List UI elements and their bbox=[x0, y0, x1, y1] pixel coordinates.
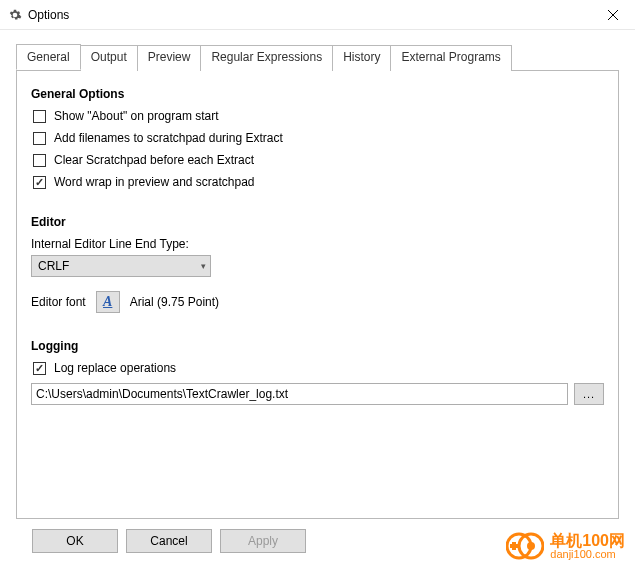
option-label: Word wrap in preview and scratchpad bbox=[54, 175, 255, 189]
log-path-input[interactable] bbox=[31, 383, 568, 405]
gear-icon bbox=[8, 8, 22, 22]
logging-heading: Logging bbox=[31, 339, 604, 353]
cancel-button[interactable]: Cancel bbox=[126, 529, 212, 553]
option-log-replace[interactable]: Log replace operations bbox=[31, 361, 604, 375]
option-label: Add filenames to scratchpad during Extra… bbox=[54, 131, 283, 145]
option-show-about[interactable]: Show "About" on program start bbox=[31, 109, 604, 123]
checkbox-icon bbox=[33, 362, 46, 375]
tab-output[interactable]: Output bbox=[80, 45, 138, 71]
option-label: Clear Scratchpad before each Extract bbox=[54, 153, 254, 167]
tab-bar: General Output Preview Regular Expressio… bbox=[16, 44, 619, 71]
window-title: Options bbox=[28, 8, 69, 22]
editor-heading: Editor bbox=[31, 215, 604, 229]
close-button[interactable] bbox=[590, 1, 635, 29]
svg-point-2 bbox=[527, 542, 535, 550]
editor-section: Editor Internal Editor Line End Type: CR… bbox=[31, 215, 604, 313]
option-label: Log replace operations bbox=[54, 361, 176, 375]
editor-font-row: Editor font A Arial (9.75 Point) bbox=[31, 291, 604, 313]
font-a-icon: A bbox=[103, 294, 112, 310]
editor-font-label: Editor font bbox=[31, 295, 86, 309]
option-clear-scratchpad[interactable]: Clear Scratchpad before each Extract bbox=[31, 153, 604, 167]
line-end-dropdown[interactable]: CRLF ▾ bbox=[31, 255, 211, 277]
title-bar: Options bbox=[0, 0, 635, 30]
watermark-logo-icon bbox=[506, 529, 544, 563]
line-end-label: Internal Editor Line End Type: bbox=[31, 237, 604, 251]
logging-section: Logging Log replace operations ... bbox=[31, 339, 604, 405]
option-add-filenames[interactable]: Add filenames to scratchpad during Extra… bbox=[31, 131, 604, 145]
font-picker-button[interactable]: A bbox=[96, 291, 120, 313]
apply-button: Apply bbox=[220, 529, 306, 553]
tab-general[interactable]: General bbox=[16, 44, 81, 70]
option-label: Show "About" on program start bbox=[54, 109, 219, 123]
dropdown-value: CRLF bbox=[38, 259, 69, 273]
general-options-heading: General Options bbox=[31, 87, 604, 101]
checkbox-icon bbox=[33, 154, 46, 167]
ok-button[interactable]: OK bbox=[32, 529, 118, 553]
checkbox-icon bbox=[33, 110, 46, 123]
checkbox-icon bbox=[33, 132, 46, 145]
option-word-wrap[interactable]: Word wrap in preview and scratchpad bbox=[31, 175, 604, 189]
general-options-section: General Options Show "About" on program … bbox=[31, 87, 604, 189]
tab-external[interactable]: External Programs bbox=[390, 45, 511, 71]
tab-history[interactable]: History bbox=[332, 45, 391, 71]
watermark-cn: 单机100网 bbox=[550, 533, 625, 549]
watermark: 单机100网 danji100.com bbox=[506, 529, 625, 563]
tab-regex[interactable]: Regular Expressions bbox=[200, 45, 333, 71]
editor-font-value: Arial (9.75 Point) bbox=[130, 295, 219, 309]
watermark-url: danji100.com bbox=[550, 549, 625, 560]
close-icon bbox=[608, 10, 618, 20]
tab-preview[interactable]: Preview bbox=[137, 45, 202, 71]
chevron-down-icon: ▾ bbox=[201, 261, 206, 271]
checkbox-icon bbox=[33, 176, 46, 189]
browse-button[interactable]: ... bbox=[574, 383, 604, 405]
svg-rect-4 bbox=[512, 542, 516, 550]
tab-panel-general: General Options Show "About" on program … bbox=[16, 71, 619, 519]
